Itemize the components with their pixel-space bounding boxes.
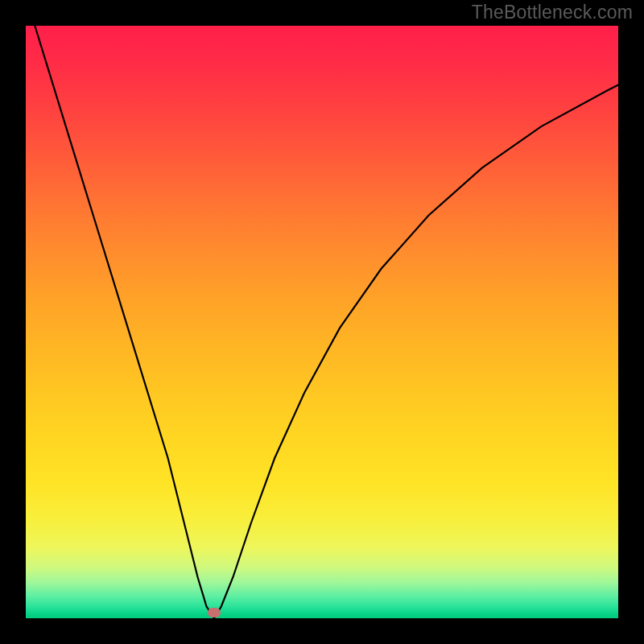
optimal-point-marker [208,608,221,617]
watermark-text: TheBottleneck.com [472,2,633,23]
plot-frame: TheBottleneck.com [0,0,644,644]
bottleneck-curve [26,26,618,618]
plot-area [26,26,618,618]
